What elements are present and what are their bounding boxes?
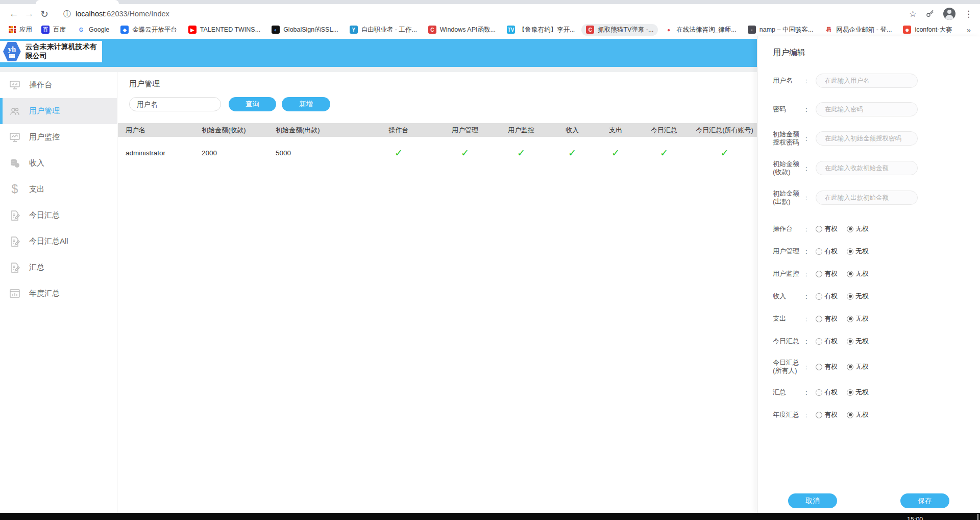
radio-selected-icon[interactable] bbox=[847, 364, 853, 370]
radio-option-authorized[interactable]: 有权 bbox=[816, 292, 838, 301]
radio-selected-icon[interactable] bbox=[847, 271, 853, 277]
field-colon: : bbox=[805, 194, 816, 202]
bookmark-apps[interactable]: 应用 bbox=[4, 24, 37, 36]
radio-selected-icon[interactable] bbox=[847, 338, 853, 345]
field-label: 支出 bbox=[773, 315, 805, 323]
radio-option-authorized[interactable]: 有权 bbox=[816, 224, 838, 233]
radio-option-authorized[interactable]: 有权 bbox=[816, 388, 838, 397]
field-colon: : bbox=[805, 135, 816, 143]
bookmark-item[interactable]: ▶ TALENTED TWINS... bbox=[184, 24, 265, 35]
radio-selected-icon[interactable] bbox=[847, 226, 853, 232]
cancel-button[interactable]: 取消 bbox=[788, 493, 837, 508]
url-bar[interactable]: ⓘ localhost:62033/Home/Index bbox=[57, 6, 909, 21]
sidebar-item-console[interactable]: 操作台 bbox=[0, 72, 117, 98]
sidebar-item-today-summary-all[interactable]: 今日汇总All bbox=[0, 228, 117, 254]
bookmark-favicon: Y bbox=[350, 26, 358, 34]
field-colon: : bbox=[805, 164, 816, 172]
sidebar-item-income[interactable]: 收入 bbox=[0, 150, 117, 176]
table-row[interactable]: administrator 2000 5000 ✓ ✓ ✓ ✓ ✓ ✓ ✓ bbox=[118, 137, 757, 169]
radio-unselected-icon[interactable] bbox=[816, 412, 822, 418]
radio-unselected-icon[interactable] bbox=[816, 338, 822, 345]
radio-option-unauthorized[interactable]: 无权 bbox=[847, 337, 869, 346]
radio-option-unauthorized[interactable]: 无权 bbox=[847, 410, 869, 419]
bookmark-item[interactable]: 百 百度 bbox=[37, 24, 70, 36]
bookmark-item[interactable]: ☻ iconfont-大赛 bbox=[898, 24, 957, 36]
radio-option-unauthorized[interactable]: 无权 bbox=[847, 362, 869, 371]
bookmark-favicon: C bbox=[428, 26, 436, 34]
radio-unselected-icon[interactable] bbox=[816, 226, 822, 232]
bookmark-item[interactable]: TV 【鲁豫有约】李开... bbox=[502, 24, 579, 36]
form-input[interactable] bbox=[816, 161, 918, 175]
bookmark-favicon: ▪ bbox=[748, 26, 756, 34]
report-doc-icon bbox=[8, 261, 21, 274]
radio-selected-icon[interactable] bbox=[847, 389, 853, 396]
field-label: 收入 bbox=[773, 292, 805, 300]
radio-unselected-icon[interactable] bbox=[816, 271, 822, 277]
radio-selected-icon[interactable] bbox=[847, 248, 853, 255]
radio-option-unauthorized[interactable]: 无权 bbox=[847, 224, 869, 233]
radio-option-authorized[interactable]: 有权 bbox=[816, 269, 838, 278]
bookmark-item[interactable]: ▪ namp – 中国骇客... bbox=[743, 24, 818, 36]
form-field-row: 初始金额授权密码 : bbox=[757, 124, 980, 153]
dollar-icon: $ bbox=[8, 183, 21, 196]
radio-selected-icon[interactable] bbox=[847, 316, 853, 322]
forward-icon[interactable]: → bbox=[21, 8, 37, 19]
bookmarks-overflow-icon[interactable]: » bbox=[967, 26, 976, 34]
radio-option-authorized[interactable]: 有权 bbox=[816, 314, 838, 323]
bookmark-item[interactable]: Y 自由职业者 - 工作... bbox=[345, 24, 422, 36]
radio-selected-icon[interactable] bbox=[847, 412, 853, 418]
reload-icon[interactable]: ↻ bbox=[37, 8, 52, 20]
radio-option-authorized[interactable]: 有权 bbox=[816, 362, 838, 371]
sidebar-item-annual-summary[interactable]: 年度汇总 bbox=[0, 280, 117, 306]
field-label: 用户名 bbox=[773, 77, 805, 85]
bookmark-star-icon[interactable]: ☆ bbox=[909, 9, 917, 19]
sidebar-item-expense[interactable]: $ 支出 bbox=[0, 176, 117, 202]
radio-option-authorized[interactable]: 有权 bbox=[816, 410, 838, 419]
bookmark-item[interactable]: ◆ 金蝶云开放平台 bbox=[116, 24, 182, 36]
page-info-icon[interactable]: ⓘ bbox=[63, 9, 71, 19]
sidebar-item-today-summary[interactable]: 今日汇总 bbox=[0, 202, 117, 228]
bookmark-item[interactable]: ◐ GlobalSign的SSL... bbox=[267, 24, 343, 36]
save-button[interactable]: 保存 bbox=[900, 493, 949, 508]
bookmark-item[interactable]: C 抓取熊猫TV弹幕 -... bbox=[581, 24, 658, 36]
sidebar-item-user-monitor[interactable]: 用户监控 bbox=[0, 124, 117, 150]
radio-unselected-icon[interactable] bbox=[816, 364, 822, 370]
query-button[interactable]: 查询 bbox=[229, 97, 276, 111]
radio-option-unauthorized[interactable]: 无权 bbox=[847, 292, 869, 301]
form-input[interactable] bbox=[816, 74, 918, 88]
active-tab-bottom[interactable] bbox=[36, 0, 119, 4]
bookmark-item[interactable]: ● 在线法律咨询_律师... bbox=[660, 24, 741, 36]
radio-option-unauthorized[interactable]: 无权 bbox=[847, 314, 869, 323]
form-input[interactable] bbox=[816, 191, 918, 205]
bookmark-favicon: ☻ bbox=[903, 26, 911, 34]
sidebar-item-summary[interactable]: 汇总 bbox=[0, 254, 117, 280]
check-icon: ✓ bbox=[493, 147, 549, 159]
chrome-menu-icon[interactable]: ⋮ bbox=[964, 9, 973, 19]
profile-avatar[interactable] bbox=[943, 8, 955, 20]
password-key-icon[interactable] bbox=[925, 9, 935, 18]
bookmark-item[interactable]: C Windows API函数... bbox=[424, 24, 500, 36]
radio-option-unauthorized[interactable]: 无权 bbox=[847, 269, 869, 278]
field-label: 今日汇总(所有人) bbox=[773, 359, 805, 375]
bookmark-favicon: 百 bbox=[41, 26, 50, 34]
field-colon: : bbox=[805, 270, 816, 278]
radio-unselected-icon[interactable] bbox=[816, 389, 822, 396]
back-icon[interactable]: ← bbox=[6, 8, 21, 19]
radio-unselected-icon[interactable] bbox=[816, 316, 822, 322]
form-input[interactable] bbox=[816, 102, 918, 116]
radio-option-authorized[interactable]: 有权 bbox=[816, 337, 838, 346]
form-input[interactable] bbox=[816, 131, 918, 146]
radio-selected-icon[interactable] bbox=[847, 293, 853, 300]
bookmark-item[interactable]: G Google bbox=[72, 24, 114, 35]
radio-unselected-icon[interactable] bbox=[816, 293, 822, 300]
radio-option-unauthorized[interactable]: 无权 bbox=[847, 247, 869, 256]
radio-unselected-icon[interactable] bbox=[816, 248, 822, 255]
radio-option-authorized[interactable]: 有权 bbox=[816, 247, 838, 256]
username-search-input[interactable] bbox=[129, 97, 221, 111]
sidebar-item-user-management[interactable]: 用户管理 bbox=[0, 98, 117, 124]
radio-option-unauthorized[interactable]: 无权 bbox=[847, 388, 869, 397]
field-colon: : bbox=[805, 77, 816, 85]
bookmark-item[interactable]: 易 网易企业邮箱 - 登... bbox=[820, 24, 896, 36]
add-button[interactable]: 新增 bbox=[282, 97, 330, 111]
check-icon: ✓ bbox=[636, 147, 692, 159]
